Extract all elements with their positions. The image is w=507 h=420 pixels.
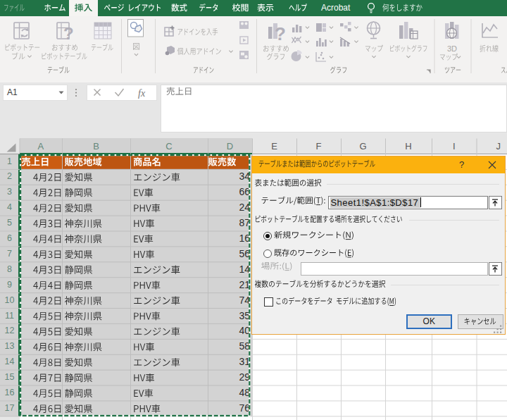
svg-text:?: ? <box>275 23 286 44</box>
svg-text:fx: fx <box>138 88 146 99</box>
svg-text:?: ? <box>63 24 74 43</box>
